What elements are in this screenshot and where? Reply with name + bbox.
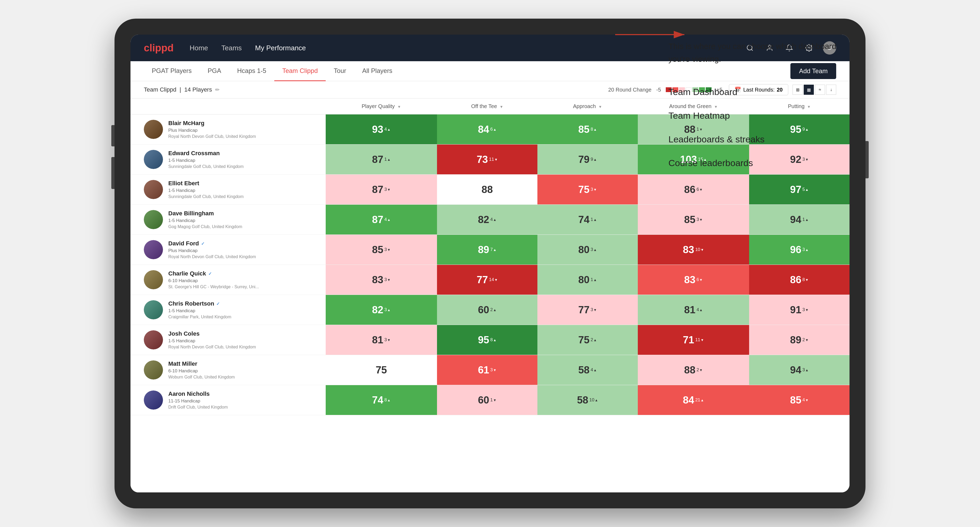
score-change: 3▲ <box>802 367 808 373</box>
table-row[interactable]: Aaron Nicholls 11-15 Handicap Drift Golf… <box>130 385 850 415</box>
player-handicap: Plus Handicap <box>168 128 256 133</box>
score-box: 60 1▼ <box>437 385 538 415</box>
score-value: 60 <box>478 304 489 316</box>
score-box: 82 4▲ <box>437 205 538 235</box>
score-value: 81 <box>372 334 383 346</box>
col-quality[interactable]: Player Quality ▼ <box>326 98 437 114</box>
score-box: 91 3▼ <box>749 295 850 325</box>
score-box: 86 6▼ <box>638 175 749 205</box>
score-putting: 94 1▲ <box>749 205 850 235</box>
score-box: 73 11▼ <box>437 144 538 174</box>
score-quality: 81 3▼ <box>326 325 437 355</box>
player-name: Charlie Quick✓ <box>168 270 259 277</box>
score-change: 9▲ <box>591 157 597 162</box>
score-value: 79 <box>578 154 589 165</box>
score-box: 77 14▼ <box>437 265 538 295</box>
player-handicap: 6-10 Handicap <box>168 278 259 284</box>
tab-tour[interactable]: Tour <box>326 61 354 81</box>
score-box: 81 3▼ <box>326 325 437 355</box>
table-row[interactable]: Charlie Quick✓ 6-10 Handicap St. George'… <box>130 265 850 295</box>
tab-hcaps[interactable]: Hcaps 1-5 <box>229 61 274 81</box>
score-around: 85 3▼ <box>638 205 749 235</box>
range-min: -5 <box>656 87 661 93</box>
nav-home[interactable]: Home <box>189 44 208 52</box>
score-value: 85 <box>372 244 383 256</box>
score-box: 88 <box>437 175 538 205</box>
score-value: 97 <box>790 184 801 195</box>
player-club: Woburn Golf Club, United Kingdom <box>168 375 235 379</box>
verified-icon: ✓ <box>208 271 212 276</box>
app-logo: clippd <box>144 42 173 54</box>
score-box: 60 2▲ <box>437 295 538 325</box>
player-name: David Ford✓ <box>168 240 256 247</box>
player-name: Matt Miller <box>168 360 235 367</box>
col-approach[interactable]: Approach ▼ <box>538 98 638 114</box>
player-club: Gog Magog Golf Club, United Kingdom <box>168 224 242 229</box>
edit-icon[interactable]: ✏ <box>215 86 220 93</box>
score-approach: 75 2▲ <box>538 325 638 355</box>
score-value: 84 <box>683 394 694 406</box>
player-name: Aaron Nicholls <box>168 390 228 397</box>
score-change: 3▼ <box>591 187 597 192</box>
score-around: 83 10▼ <box>638 235 749 265</box>
score-change: 1▲ <box>384 157 390 162</box>
score-box: 87 3▼ <box>326 175 437 205</box>
score-quality: 93 4▲ <box>326 114 437 144</box>
score-change: 4▲ <box>490 217 496 222</box>
player-avatar <box>144 120 163 139</box>
score-tee: 82 4▲ <box>437 205 538 235</box>
table-row[interactable]: David Ford✓ Plus Handicap Royal North De… <box>130 235 850 265</box>
round-change-label: 20 Round Change <box>608 87 651 93</box>
table-row[interactable]: Chris Robertson✓ 1-5 Handicap Craigmilla… <box>130 295 850 325</box>
table-row[interactable]: Matt Miller 6-10 Handicap Woburn Golf Cl… <box>130 355 850 385</box>
score-change: 1▲ <box>591 217 597 222</box>
score-approach: 85 8▲ <box>538 114 638 144</box>
tab-pga[interactable]: PGA <box>200 61 229 81</box>
player-info-cell-8: Matt Miller 6-10 Handicap Woburn Golf Cl… <box>130 355 326 385</box>
score-value: 82 <box>478 214 489 225</box>
tab-all-players[interactable]: All Players <box>354 61 400 81</box>
score-change: 7▲ <box>490 247 496 252</box>
score-change: 3▲ <box>384 307 390 313</box>
annotation-course-leaderboards: Course leaderboards <box>668 158 855 168</box>
player-details: Josh Coles 1-5 Handicap Royal North Devo… <box>168 330 256 349</box>
score-box: 81 4▲ <box>638 295 749 325</box>
team-label: Team Clippd <box>144 86 176 93</box>
score-approach: 58 4▲ <box>538 355 638 385</box>
score-box: 83 6▼ <box>638 265 749 295</box>
table-row[interactable]: Josh Coles 1-5 Handicap Royal North Devo… <box>130 325 850 355</box>
annotation-leaderboards: Leaderboards & streaks <box>668 134 855 144</box>
tab-team-clippd[interactable]: Team Clippd <box>274 61 326 81</box>
score-quality: 87 1▲ <box>326 144 437 175</box>
score-value: 83 <box>683 244 694 256</box>
score-quality: 82 3▲ <box>326 295 437 325</box>
tab-pgat[interactable]: PGAT Players <box>144 61 200 81</box>
table-row[interactable]: Elliot Ebert 1-5 Handicap Sunningdale Go… <box>130 175 850 205</box>
score-around: 86 6▼ <box>638 175 749 205</box>
score-box: 58 4▲ <box>538 355 638 385</box>
col-tee[interactable]: Off the Tee ▼ <box>437 98 538 114</box>
player-details: Chris Robertson✓ 1-5 Handicap Craigmilla… <box>168 300 231 319</box>
score-box: 87 1▲ <box>326 144 437 174</box>
score-change: 6▼ <box>696 187 703 192</box>
score-change: 10▼ <box>695 247 704 252</box>
player-avatar <box>144 180 163 199</box>
player-name: Dave Billingham <box>168 210 242 217</box>
score-change: 11▼ <box>695 337 704 343</box>
table-row[interactable]: Dave Billingham 1-5 Handicap Gog Magog G… <box>130 205 850 235</box>
score-approach: 79 9▲ <box>538 144 638 175</box>
score-value: 89 <box>790 334 801 346</box>
team-name-area: Team Clippd | 14 Players ✏ <box>144 86 608 93</box>
nav-teams[interactable]: Teams <box>221 44 242 52</box>
score-quality: 74 8▲ <box>326 385 437 415</box>
score-change: 3▼ <box>384 337 390 343</box>
score-value: 75 <box>578 184 589 195</box>
score-around: 83 6▼ <box>638 265 749 295</box>
score-box: 83 10▼ <box>638 235 749 265</box>
score-box: 96 3▲ <box>749 235 850 265</box>
score-change: 3▼ <box>384 187 390 192</box>
score-value: 87 <box>372 154 383 165</box>
annotation-team-dashboard: Team Dashboard <box>668 87 855 97</box>
player-club: Sunningdale Golf Club, United Kingdom <box>168 194 243 199</box>
nav-performance[interactable]: My Performance <box>255 44 306 52</box>
